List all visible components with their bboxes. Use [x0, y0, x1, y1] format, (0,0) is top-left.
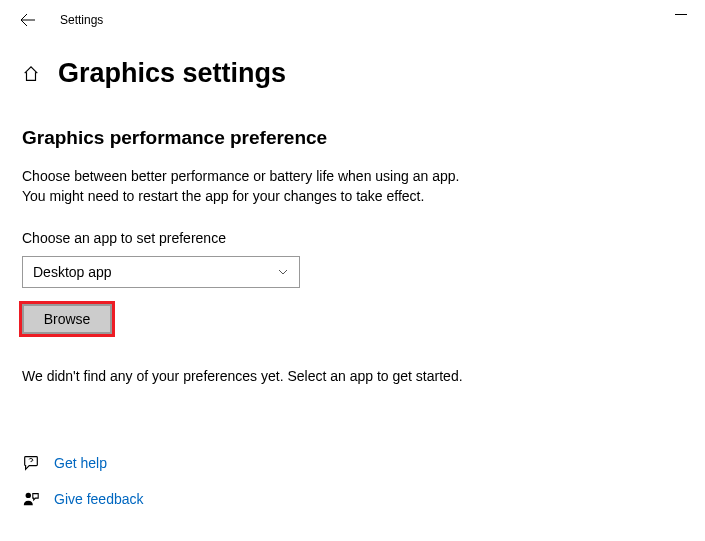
back-arrow-icon: [20, 12, 36, 28]
chat-help-icon: [22, 454, 40, 472]
minimize-button[interactable]: [675, 14, 687, 15]
back-button[interactable]: [18, 10, 38, 30]
browse-button-label: Browse: [44, 311, 91, 327]
give-feedback-link[interactable]: Give feedback: [22, 490, 705, 508]
select-label: Choose an app to set preference: [22, 230, 705, 246]
titlebar: Settings: [0, 0, 705, 40]
section-heading: Graphics performance preference: [22, 127, 705, 149]
feedback-person-icon: [22, 490, 40, 508]
select-value: Desktop app: [33, 264, 112, 280]
section-description: Choose between better performance or bat…: [22, 167, 705, 206]
home-icon: [22, 65, 40, 83]
window-title: Settings: [60, 13, 103, 27]
get-help-text: Get help: [54, 455, 107, 471]
description-line-1: Choose between better performance or bat…: [22, 167, 705, 187]
browse-button[interactable]: Browse: [22, 304, 112, 334]
give-feedback-text: Give feedback: [54, 491, 144, 507]
page-header: Graphics settings: [22, 58, 705, 89]
svg-point-0: [26, 493, 31, 498]
get-help-link[interactable]: Get help: [22, 454, 705, 472]
chevron-down-icon: [277, 266, 289, 278]
empty-state-message: We didn't find any of your preferences y…: [22, 368, 705, 384]
help-links: Get help Give feedback: [22, 454, 705, 508]
description-line-2: You might need to restart the app for yo…: [22, 187, 705, 207]
app-type-select[interactable]: Desktop app: [22, 256, 300, 288]
page-title: Graphics settings: [58, 58, 286, 89]
content-area: Graphics settings Graphics performance p…: [0, 40, 705, 508]
